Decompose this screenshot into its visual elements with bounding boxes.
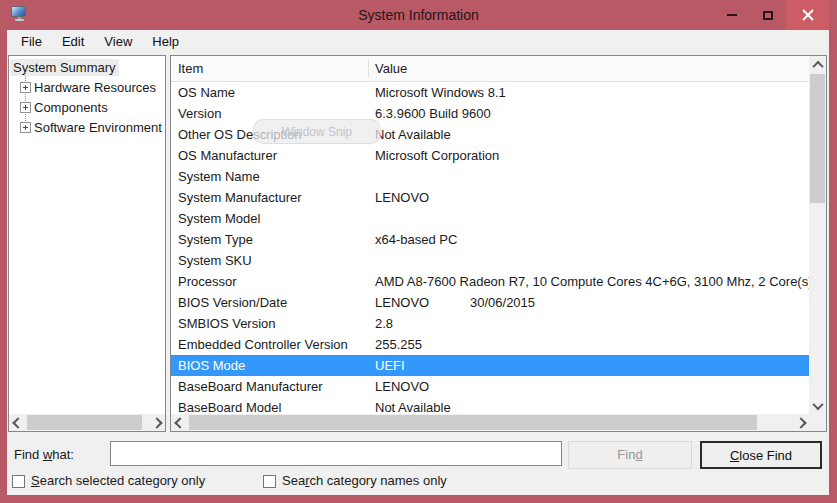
table-row[interactable]: BaseBoard ModelNot Available: [171, 397, 809, 414]
minimize-button[interactable]: [714, 0, 750, 30]
scroll-up-icon[interactable]: [809, 56, 826, 73]
tree-horizontal-scrollbar[interactable]: [9, 414, 165, 431]
table-horizontal-scrollbar[interactable]: [171, 414, 809, 431]
menu-file[interactable]: File: [11, 30, 52, 54]
minimize-icon: [727, 14, 737, 16]
table-vscrollbar-thumb[interactable]: [810, 74, 825, 203]
menu-edit[interactable]: Edit: [52, 30, 94, 54]
table-row-selected[interactable]: BIOS ModeUEFI: [171, 355, 809, 376]
table-row[interactable]: System SKU: [171, 250, 809, 271]
scroll-right-icon[interactable]: [792, 414, 809, 431]
window-border-left: [0, 30, 7, 503]
table-body: OS NameMicrosoft Windows 8.1 Version6.3.…: [171, 56, 809, 414]
window-border-right: [829, 30, 837, 503]
table-row[interactable]: BIOS Version/DateLENOVO30/06/2015: [171, 292, 809, 313]
window-title: System Information: [0, 7, 837, 23]
close-icon: [802, 9, 814, 21]
tree-item-hardware-resources[interactable]: Hardware Resources: [9, 78, 165, 98]
plus-expander-icon[interactable]: [20, 82, 31, 93]
tree-item-system-summary[interactable]: System Summary: [10, 59, 119, 76]
window-border-bottom: [0, 495, 837, 503]
table-row[interactable]: BaseBoard ManufacturerLENOVO: [171, 376, 809, 397]
tree-item-label: Components: [34, 100, 108, 115]
find-input[interactable]: [110, 441, 562, 466]
table-row[interactable]: SMBIOS Version2.8: [171, 313, 809, 334]
category-tree-panel: System Summary Hardware Resources Compon…: [8, 55, 166, 432]
table-row[interactable]: Version6.3.9600 Build 9600: [171, 103, 809, 124]
close-find-button[interactable]: Close Find: [700, 441, 822, 469]
tree-hscrollbar-thumb[interactable]: [27, 415, 142, 430]
table-row[interactable]: Embedded Controller Version255.255: [171, 334, 809, 355]
find-what-label: Find what:: [14, 447, 74, 462]
details-table-panel: Item Value OS NameMicrosoft Windows 8.1 …: [170, 55, 827, 432]
scroll-right-icon[interactable]: [148, 414, 165, 431]
menu-view[interactable]: View: [94, 30, 142, 54]
table-row[interactable]: System Typex64-based PC: [171, 229, 809, 250]
scrollbar-corner: [809, 414, 826, 431]
tree-item-components[interactable]: Components: [9, 98, 165, 118]
table-row[interactable]: OS ManufacturerMicrosoft Corporation: [171, 145, 809, 166]
table-row[interactable]: System Name: [171, 166, 809, 187]
close-button[interactable]: [786, 0, 829, 30]
tree-item-label: Software Environment: [34, 120, 162, 135]
system-information-window: System Information File Edit View Help S…: [0, 0, 837, 503]
search-category-names-label[interactable]: Search category names only: [282, 473, 447, 488]
table-row[interactable]: OS NameMicrosoft Windows 8.1: [171, 82, 809, 103]
plus-expander-icon[interactable]: [20, 102, 31, 113]
plus-expander-icon[interactable]: [20, 122, 31, 133]
table-vertical-scrollbar[interactable]: [809, 56, 826, 414]
maximize-icon: [763, 11, 773, 20]
tree-item-label: Hardware Resources: [34, 80, 156, 95]
scroll-left-icon[interactable]: [171, 414, 188, 431]
find-button[interactable]: Find: [568, 441, 692, 469]
scroll-left-icon[interactable]: [9, 414, 26, 431]
maximize-button[interactable]: [750, 0, 786, 30]
table-hscrollbar-thumb[interactable]: [189, 415, 757, 430]
menu-bar: File Edit View Help: [7, 30, 829, 54]
scroll-down-icon[interactable]: [809, 397, 826, 414]
table-row[interactable]: System Model: [171, 208, 809, 229]
menu-help[interactable]: Help: [142, 30, 189, 54]
table-row[interactable]: System ManufacturerLENOVO: [171, 187, 809, 208]
tree-item-software-environment[interactable]: Software Environment: [9, 118, 165, 138]
titlebar: System Information: [0, 0, 837, 30]
search-selected-category-checkbox[interactable]: [12, 475, 25, 488]
search-category-names-checkbox[interactable]: [263, 475, 276, 488]
search-selected-category-label[interactable]: Search selected category only: [31, 473, 205, 488]
table-row[interactable]: Other OS DescriptionNot Available: [171, 124, 809, 145]
table-row[interactable]: ProcessorAMD A8-7600 Radeon R7, 10 Compu…: [171, 271, 809, 292]
